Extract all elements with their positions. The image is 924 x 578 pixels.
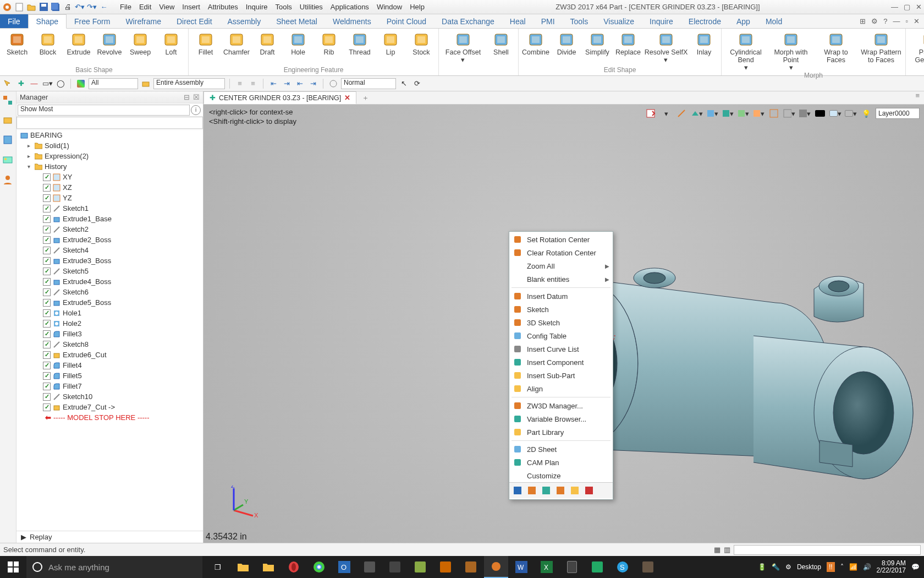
strip-history-icon[interactable] bbox=[2, 95, 14, 107]
chrome-icon[interactable] bbox=[307, 556, 331, 578]
hole-button[interactable]: Hole bbox=[283, 30, 313, 64]
ctx-foot-5[interactable] bbox=[582, 484, 596, 497]
tree-node[interactable]: ✓Extrude3_Boss bbox=[16, 255, 203, 266]
morph-with-point--button[interactable]: Morph with Point ▾ bbox=[769, 30, 813, 72]
assembly-icon[interactable] bbox=[140, 78, 151, 89]
ctx-insert-curve-list[interactable]: Insert Curve List bbox=[509, 342, 613, 356]
app1-icon[interactable] bbox=[358, 556, 382, 578]
app3-icon[interactable] bbox=[408, 556, 432, 578]
close-icon[interactable]: ✕ bbox=[916, 3, 922, 11]
layer-select[interactable]: Layer0000 bbox=[876, 108, 920, 119]
tab-app[interactable]: App bbox=[729, 14, 758, 28]
align-l-icon[interactable]: ≡ bbox=[234, 78, 245, 89]
vt-black-icon[interactable] bbox=[814, 107, 826, 119]
tree-node[interactable]: ✓YZ bbox=[16, 193, 203, 203]
manager-pin-icon[interactable]: ⊟ bbox=[184, 93, 190, 101]
tree-node[interactable]: ✓XZ bbox=[16, 182, 203, 193]
rib-button[interactable]: Rib bbox=[314, 30, 344, 64]
tab-sheet-metal[interactable]: Sheet Metal bbox=[268, 14, 325, 28]
chamfer-button[interactable]: Chamfer bbox=[222, 30, 251, 64]
ctx-3d-sketch[interactable]: 3D Sketch bbox=[509, 316, 613, 329]
ctx-2d-sheet[interactable]: 2D Sheet bbox=[509, 443, 613, 456]
vt-shade4-icon[interactable]: ▾ bbox=[737, 107, 749, 119]
extrude-button[interactable]: Extrude bbox=[64, 30, 94, 64]
ctx-align[interactable]: Align bbox=[509, 382, 613, 395]
ctx-clear-rotation-center[interactable]: Clear Rotation Center bbox=[509, 246, 613, 259]
tray-icon[interactable]: 🔦 bbox=[772, 563, 780, 571]
tab-shape[interactable]: Shape bbox=[28, 14, 67, 29]
ctx-part-library[interactable]: Part Library bbox=[509, 426, 613, 439]
menu-file[interactable]: File bbox=[120, 3, 131, 11]
ctx-config-table[interactable]: Config Table bbox=[509, 329, 613, 342]
tree-node[interactable]: ▸Solid(1) bbox=[16, 140, 203, 151]
status-ico1[interactable]: ▦ bbox=[714, 546, 721, 554]
tray-icon[interactable]: !! bbox=[827, 562, 835, 572]
vt-shade3-icon[interactable]: ▾ bbox=[722, 107, 734, 119]
ctx-foot-3[interactable] bbox=[554, 484, 567, 497]
cortana-search[interactable]: Ask me anything bbox=[26, 556, 202, 578]
tab-free-form[interactable]: Free Form bbox=[67, 14, 118, 28]
filter-box-icon[interactable]: ▭▾ bbox=[42, 78, 53, 89]
replace-button[interactable]: Replace bbox=[613, 30, 643, 64]
tree-node[interactable]: ✓Hole1 bbox=[16, 308, 203, 318]
menu-utilities[interactable]: Utilities bbox=[300, 3, 323, 11]
tray-icon[interactable]: 🔋 bbox=[758, 563, 766, 571]
tray-notif-icon[interactable]: 💬 bbox=[911, 563, 920, 571]
app5-icon[interactable] bbox=[459, 556, 483, 578]
tree-node[interactable]: ✓Sketch6 bbox=[16, 287, 203, 297]
manager-search-input[interactable] bbox=[16, 117, 203, 129]
stock-button[interactable]: Stock bbox=[406, 30, 436, 64]
home-icon[interactable]: ← bbox=[99, 2, 109, 12]
save-icon[interactable] bbox=[38, 2, 48, 12]
skype-icon[interactable]: S bbox=[610, 556, 635, 578]
ctx-set-rotation-center[interactable]: Set Rotation Center bbox=[509, 233, 613, 246]
mode-select[interactable]: Normal bbox=[341, 78, 396, 89]
resolve-selfx--button[interactable]: Resolve SelfX ▾ bbox=[644, 30, 688, 64]
new-icon[interactable] bbox=[14, 2, 24, 12]
lip-button[interactable]: Lip bbox=[376, 30, 405, 64]
tree-node[interactable]: ✓Extrude2_Boss bbox=[16, 235, 203, 245]
tree-node[interactable]: ✓Sketch2 bbox=[16, 224, 203, 235]
ctx-foot-1[interactable] bbox=[525, 484, 538, 497]
tab-wireframe[interactable]: Wireframe bbox=[118, 14, 169, 28]
outlook-icon[interactable]: O bbox=[332, 556, 356, 578]
ctx-zoom-all[interactable]: Zoom All▶ bbox=[509, 259, 613, 272]
word-icon[interactable]: W bbox=[509, 556, 534, 578]
status-input[interactable] bbox=[734, 545, 921, 555]
sketch-button[interactable]: Sketch bbox=[2, 30, 32, 64]
vt-shade2-icon[interactable]: ▾ bbox=[706, 107, 718, 119]
cursor-icon[interactable]: ↖ bbox=[398, 78, 409, 89]
app6-icon[interactable] bbox=[585, 556, 609, 578]
ctx-insert-sub-part[interactable]: Insert Sub-Part bbox=[509, 369, 613, 382]
vt-win2-icon[interactable]: ▾ bbox=[783, 107, 795, 119]
menu-attributes[interactable]: Attributes bbox=[208, 3, 238, 11]
opera-icon[interactable] bbox=[282, 556, 306, 578]
undo-icon[interactable]: ↶▾ bbox=[75, 2, 85, 12]
tab-pmi[interactable]: PMI bbox=[534, 14, 563, 28]
cylindrical-bend--button[interactable]: Cylindrical Bend ▾ bbox=[724, 30, 768, 72]
tree-node[interactable]: ▸Expression(2) bbox=[16, 151, 203, 161]
menu-help[interactable]: Help bbox=[410, 3, 425, 11]
taskview-icon[interactable]: ❐ bbox=[206, 556, 230, 578]
canvas[interactable]: <right-click> for context-se <Shift-righ… bbox=[204, 105, 924, 543]
normal-ico[interactable] bbox=[328, 78, 339, 89]
print-icon[interactable]: 🖨 bbox=[63, 2, 73, 12]
revolve-button[interactable]: Revolve bbox=[95, 30, 124, 64]
new-tab-icon[interactable]: ＋ bbox=[356, 91, 375, 104]
ctx-cam-plan[interactable]: CAM Plan bbox=[509, 456, 613, 469]
vt-blue-icon[interactable]: ▾ bbox=[829, 107, 842, 119]
manager-close-icon[interactable]: ☒ bbox=[193, 93, 200, 101]
filter-color-icon[interactable] bbox=[75, 78, 86, 89]
menu-tools[interactable]: Tools bbox=[276, 3, 292, 11]
tab-tools[interactable]: Tools bbox=[563, 14, 596, 28]
tree-node[interactable]: ✓XY bbox=[16, 172, 203, 182]
strip-visual-icon[interactable] bbox=[2, 154, 14, 166]
tab-heal[interactable]: Heal bbox=[502, 14, 534, 28]
app7-icon[interactable] bbox=[636, 556, 660, 578]
menu-window[interactable]: Window bbox=[377, 3, 402, 11]
sweep-button[interactable]: Sweep bbox=[125, 30, 155, 64]
explorer2-icon[interactable] bbox=[256, 556, 280, 578]
wrap-pattern-to-faces-button[interactable]: Wrap Pattern to Faces bbox=[859, 30, 903, 64]
tree-node[interactable]: ✓Sketch8 bbox=[16, 339, 203, 350]
filter2-select[interactable]: Entire Assembly bbox=[153, 78, 225, 89]
